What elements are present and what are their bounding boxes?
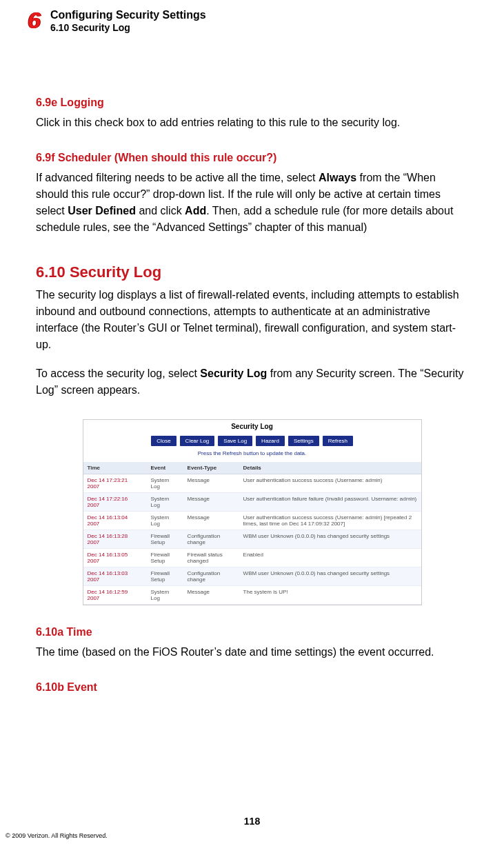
cell-time: Dec 14 16:12:59 2007 (83, 585, 147, 604)
cell-event-type: Configuration change (183, 567, 239, 585)
chapter-number-glyph: 6 (28, 8, 41, 32)
cell-time: Dec 14 16:13:04 2007 (83, 511, 147, 530)
cell-event: System Log (147, 474, 183, 492)
section-heading-610b: 6.10b Event (36, 681, 468, 694)
cell-event-type: Message (183, 474, 239, 492)
chapter-header: 6 Configuring Security Settings 6.10 Sec… (28, 8, 476, 34)
cell-time: Dec 14 16:13:03 2007 (83, 567, 147, 585)
fig-refresh-button[interactable]: Refresh (323, 436, 353, 446)
table-row: Dec 14 16:12:59 2007System LogMessageThe… (83, 585, 421, 604)
fig-button-row: Close Clear Log Save Log Hazard Settings… (83, 433, 421, 449)
table-row: Dec 14 16:13:05 2007Firewall SetupFirewa… (83, 548, 421, 567)
cell-event: Firewall Setup (147, 567, 183, 585)
page-number: 118 (0, 816, 504, 827)
section-heading-610: 6.10 Security Log (36, 263, 468, 281)
cell-event-type: Message (183, 492, 239, 511)
cell-event: System Log (147, 585, 183, 604)
cell-event: System Log (147, 511, 183, 530)
cell-time: Dec 14 17:23:21 2007 (83, 474, 147, 492)
chapter-subsection: 6.10 Security Log (50, 22, 206, 34)
fig-close-button[interactable]: Close (151, 436, 176, 446)
fig-col-event: Event (147, 462, 183, 474)
fig-title: Security Log (83, 420, 421, 433)
fig-col-event-type: Event-Type (183, 462, 239, 474)
cell-details: WBM user Unknown (0.0.0.0) has changed s… (239, 530, 421, 548)
fig-hint: Press the Refresh button to update the d… (83, 449, 421, 462)
security-log-screenshot: Security Log Close Clear Log Save Log Ha… (83, 419, 422, 605)
section-text-69f: If advanced filtering needs to be active… (36, 170, 468, 236)
cell-details: User authentication success success (Use… (239, 511, 421, 530)
section-heading-69e: 6.9e Logging (36, 97, 468, 109)
cell-details: The system is UP! (239, 585, 421, 604)
cell-details: User authentication success success (Use… (239, 474, 421, 492)
section-heading-69f: 6.9f Scheduler (When should this rule oc… (36, 152, 468, 164)
chapter-title: Configuring Security Settings (50, 8, 206, 22)
cell-details: Enabled (239, 548, 421, 567)
cell-event: System Log (147, 492, 183, 511)
cell-event-type: Firewall status changed (183, 548, 239, 567)
cell-time: Dec 14 16:13:05 2007 (83, 548, 147, 567)
cell-event-type: Configuration change (183, 530, 239, 548)
cell-details: User authentication failure failure (Inv… (239, 492, 421, 511)
fig-table: Time Event Event-Type Details Dec 14 17:… (83, 462, 421, 605)
fig-col-time: Time (83, 462, 147, 474)
cell-details: WBM user Unknown (0.0.0.0) has changed s… (239, 567, 421, 585)
table-row: Dec 14 16:13:28 2007Firewall SetupConfig… (83, 530, 421, 548)
cell-event-type: Message (183, 585, 239, 604)
fig-col-details: Details (239, 462, 421, 474)
cell-time: Dec 14 16:13:28 2007 (83, 530, 147, 548)
section-text-610a: The security log displays a list of fire… (36, 287, 468, 353)
cell-event-type: Message (183, 511, 239, 530)
cell-event: Firewall Setup (147, 530, 183, 548)
fig-hazard-button[interactable]: Hazard (256, 436, 285, 446)
table-row: Dec 14 17:23:21 2007System LogMessageUse… (83, 474, 421, 492)
fig-settings-button[interactable]: Settings (288, 436, 319, 446)
section-text-69e: Click in this check box to add entries r… (36, 114, 468, 131)
section-text-610b: To access the security log, select Secur… (36, 365, 468, 399)
table-row: Dec 14 16:13:03 2007Firewall SetupConfig… (83, 567, 421, 585)
cell-time: Dec 14 17:22:16 2007 (83, 492, 147, 511)
section-heading-610a: 6.10a Time (36, 626, 468, 638)
section-text-610a-body: The time (based on the FiOS Router’s dat… (36, 644, 468, 661)
copyright: © 2009 Verizon. All Rights Reserved. (6, 832, 108, 839)
table-row: Dec 14 17:22:16 2007System LogMessageUse… (83, 492, 421, 511)
fig-clearlog-button[interactable]: Clear Log (180, 436, 215, 446)
fig-savelog-button[interactable]: Save Log (218, 436, 252, 446)
cell-event: Firewall Setup (147, 548, 183, 567)
table-row: Dec 14 16:13:04 2007System LogMessageUse… (83, 511, 421, 530)
